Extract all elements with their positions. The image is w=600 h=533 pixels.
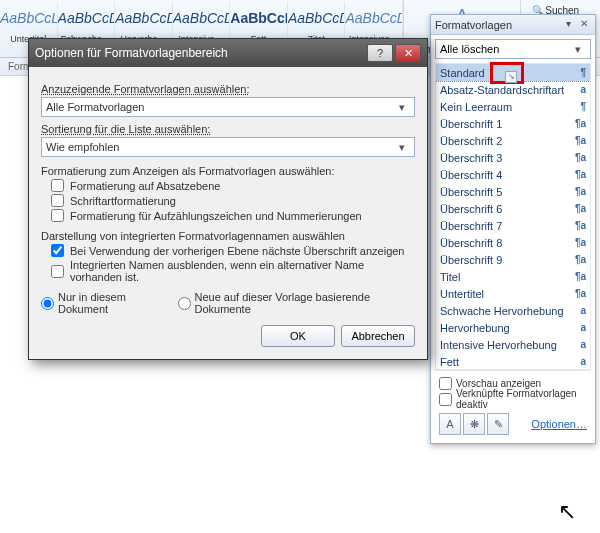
dialog-titlebar[interactable]: Optionen für Formatvorlagenbereich ? ✕ (29, 39, 427, 67)
help-button[interactable]: ? (367, 44, 393, 62)
pane-close-icon[interactable]: ✕ (577, 18, 591, 32)
style-row[interactable]: Überschrift 3¶a (436, 149, 590, 166)
dialog-launcher-highlight: ↘ (490, 62, 524, 84)
format-group-label: Formatierung zum Anzeigen als Formatvorl… (41, 165, 415, 177)
hide-builtin-checkbox[interactable]: Integrierten Namen ausblenden, wenn ein … (51, 259, 415, 283)
doc-only-radio[interactable]: Nur in diesem Dokument (41, 291, 164, 315)
style-row[interactable]: Überschrift 7¶a (436, 217, 590, 234)
cancel-button[interactable]: Abbrechen (341, 325, 415, 347)
style-options-dialog: Optionen für Formatvorlagenbereich ? ✕ A… (28, 38, 428, 360)
style-row[interactable]: Titel¶a (436, 268, 590, 285)
chevron-down-icon: ▾ (570, 43, 586, 56)
new-style-button[interactable]: A (439, 413, 461, 435)
style-row[interactable]: Überschrift 1¶a (436, 115, 590, 132)
options-link[interactable]: Optionen… (531, 418, 587, 430)
style-row[interactable]: Überschrift 9¶a (436, 251, 590, 268)
sort-label: Sortierung für die Liste auswählen: (41, 123, 415, 135)
sort-select[interactable]: Wie empfohlen▾ (41, 137, 415, 157)
style-row[interactable]: Untertitel¶a (436, 285, 590, 302)
style-list: Standard¶Absatz-StandardschriftartaKein … (435, 63, 591, 370)
pane-titlebar: Formatvorlagen ▾ ✕ (431, 15, 595, 35)
close-button[interactable]: ✕ (395, 44, 421, 62)
ok-button[interactable]: OK (261, 325, 335, 347)
manage-styles-button[interactable]: ✎ (487, 413, 509, 435)
linked-checkbox[interactable]: Verknüpfte Formatvorlagen deaktiv (439, 391, 587, 407)
dialog-launcher-icon[interactable]: ↘ (505, 71, 517, 83)
chevron-down-icon: ▾ (394, 101, 410, 114)
template-radio[interactable]: Neue auf dieser Vorlage basierende Dokum… (178, 291, 401, 315)
clear-all-select[interactable]: Alle löschen ▾ (435, 39, 591, 59)
style-row[interactable]: Überschrift 2¶a (436, 132, 590, 149)
style-row[interactable]: Schwache Hervorhebunga (436, 302, 590, 319)
style-row[interactable]: Kein Leerraum¶ (436, 98, 590, 115)
style-row[interactable]: Überschrift 8¶a (436, 234, 590, 251)
clear-all-label: Alle löschen (440, 43, 499, 55)
style-row[interactable]: Hervorhebunga (436, 319, 590, 336)
dialog-title: Optionen für Formatvorlagenbereich (35, 46, 365, 60)
style-row[interactable]: Intensive Hervorhebunga (436, 336, 590, 353)
show-styles-select[interactable]: Alle Formatvorlagen▾ (41, 97, 415, 117)
pane-footer: Vorschau anzeigen Verknüpfte Formatvorla… (435, 370, 591, 439)
para-format-checkbox[interactable]: Formatierung auf Absatzebene (51, 179, 415, 192)
pane-title: Formatvorlagen (435, 19, 559, 31)
chevron-down-icon: ▾ (394, 141, 410, 154)
style-row[interactable]: Fetta (436, 353, 590, 370)
style-row[interactable]: Überschrift 5¶a (436, 183, 590, 200)
list-format-checkbox[interactable]: Formatierung für Aufzählungszeichen und … (51, 209, 415, 222)
style-row[interactable]: Überschrift 6¶a (436, 200, 590, 217)
pane-dropdown-icon[interactable]: ▾ (561, 18, 575, 32)
show-styles-label: Anzuzeigende Formatvorlagen auswählen: (41, 83, 415, 95)
style-inspector-button[interactable]: ❋ (463, 413, 485, 435)
font-format-checkbox[interactable]: Schriftartformatierung (51, 194, 415, 207)
style-row[interactable]: Überschrift 4¶a (436, 166, 590, 183)
next-heading-checkbox[interactable]: Bei Verwendung der vorherigen Ebene näch… (51, 244, 415, 257)
builtin-group-label: Darstellung von integrierten Formatvorla… (41, 230, 415, 242)
